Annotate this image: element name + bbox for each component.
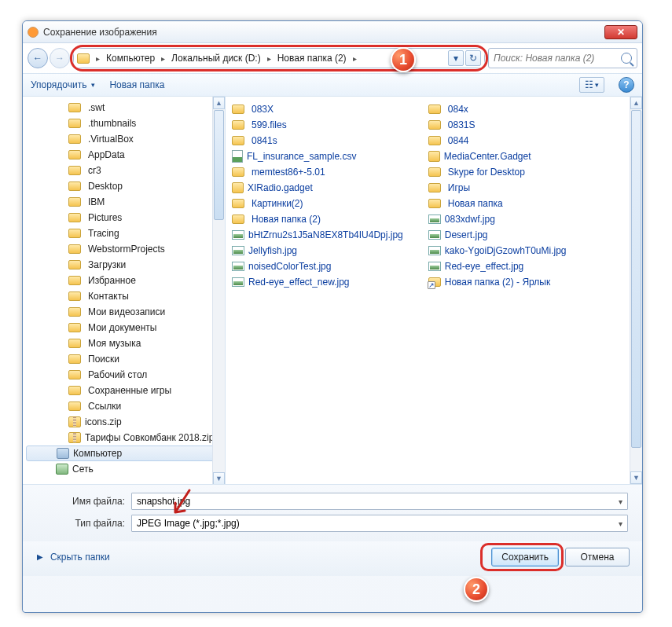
search-box[interactable] [488, 48, 637, 68]
tree-item[interactable]: Desktop [23, 178, 225, 194]
scroll-thumb[interactable] [214, 110, 224, 220]
tree-item[interactable]: Моя музыка [23, 336, 225, 351]
folder-icon [68, 276, 81, 285]
tree-root-item[interactable]: Компьютер [26, 446, 222, 461]
file-item[interactable]: kako-YgoiDjGzowhT0uMi.jpg [425, 243, 570, 258]
tree-item-label: Desktop [88, 181, 123, 192]
file-item[interactable]: 084x [425, 101, 570, 117]
forward-button[interactable]: → [50, 48, 70, 68]
cancel-button[interactable]: Отмена [565, 548, 630, 566]
file-item[interactable]: 083X [229, 101, 406, 117]
tree-scrollbar[interactable]: ▲ ▼ [212, 97, 225, 484]
refresh-button[interactable]: ↻ [465, 50, 481, 66]
file-item[interactable]: FL_insurance_sample.csv [229, 148, 406, 164]
tree-item[interactable]: icons.zip [23, 414, 225, 430]
image-icon [232, 277, 244, 287]
tree-item-label: Pictures [88, 212, 122, 223]
tree-item[interactable]: AppData [23, 147, 225, 163]
file-item[interactable]: bHtZrnu2s1J5aN8EX8Tb4IU4Dpj.jpg [229, 227, 406, 243]
tree-item[interactable]: WebstormProjects [23, 241, 225, 257]
help-button[interactable]: ? [619, 77, 634, 93]
close-button[interactable]: ✕ [604, 25, 637, 39]
file-item-label: 0844 [448, 135, 469, 146]
tree-item[interactable]: Рабочий стол [23, 367, 225, 383]
scroll-up-button[interactable]: ▲ [213, 97, 225, 109]
image-icon [232, 262, 244, 271]
list-scrollbar[interactable]: ▲ ▼ [630, 97, 642, 484]
crumb-computer[interactable]: Компьютер [103, 51, 158, 65]
scroll-down-button[interactable]: ▼ [630, 471, 642, 484]
file-item[interactable]: Skype for Desktop [425, 164, 570, 180]
view-options-button[interactable]: ☷ [579, 77, 604, 93]
tree-item[interactable]: cr3 [23, 163, 225, 178]
file-item[interactable]: Игры [425, 180, 570, 196]
tree-item[interactable]: Ссылки [23, 398, 225, 414]
hide-folders-label: Скрыть папки [50, 552, 110, 563]
tree-item[interactable]: .swt [23, 100, 225, 116]
tree-item[interactable]: Pictures [23, 210, 225, 226]
tree-item-label: icons.zip [85, 416, 122, 427]
file-item[interactable]: Новая папка (2) [229, 211, 406, 227]
folder-icon [68, 307, 81, 317]
tree-item[interactable]: Tracing [23, 226, 225, 241]
save-button[interactable]: Сохранить [491, 548, 559, 566]
arrow-right-icon: → [55, 53, 64, 64]
tree-item[interactable]: Мои видеозаписи [23, 304, 225, 320]
file-item[interactable]: 083xdwf.jpg [425, 211, 570, 227]
file-item[interactable]: Новая папка (2) - Ярлык [425, 274, 570, 290]
file-item[interactable]: 0844 [425, 133, 570, 148]
file-item[interactable]: Картинки(2) [229, 196, 406, 211]
scroll-up-button[interactable]: ▲ [630, 97, 642, 109]
csv-icon [232, 150, 243, 163]
file-item[interactable]: Red-eye_effect.jpg [425, 258, 570, 274]
nav-arrows: ← → [28, 48, 70, 68]
folder-icon [232, 199, 244, 208]
tree-item[interactable]: .VirtualBox [23, 131, 225, 147]
file-item-label: Картинки(2) [252, 198, 303, 209]
organize-menu[interactable]: Упорядочить [31, 79, 95, 90]
tree-item[interactable]: Загрузки [23, 257, 225, 273]
file-item[interactable]: 0831S [425, 117, 570, 133]
filename-input[interactable]: snapshot.jpg [131, 493, 628, 510]
tree-item[interactable]: Избранное [23, 273, 225, 288]
folder-icon [68, 292, 81, 301]
zip-icon [68, 432, 81, 443]
file-item[interactable]: noisedColorTest.jpg [229, 258, 406, 274]
chevron-right-icon: ▸ [351, 54, 358, 63]
address-bar[interactable]: ▸ Компьютер ▸ Локальный диск (D:) ▸ Нова… [73, 48, 485, 68]
search-input[interactable] [494, 53, 618, 64]
tree-item[interactable]: IBM [23, 194, 225, 210]
scroll-down-button[interactable]: ▼ [213, 472, 225, 484]
file-item[interactable]: 0841s [229, 133, 406, 148]
tree-item-label: Компьютер [73, 448, 122, 459]
crumb-folder[interactable]: Новая папка (2) [274, 51, 350, 65]
tree-item[interactable]: Сохраненные игры [23, 383, 225, 398]
filetype-combo[interactable]: JPEG Image (*.jpg;*.jpg) [131, 515, 628, 532]
file-item[interactable]: Desert.jpg [425, 227, 570, 243]
file-item-label: 083xdwf.jpg [445, 214, 495, 225]
file-item[interactable]: memtest86+-5.01 [229, 164, 406, 180]
crumb-drive[interactable]: Локальный диск (D:) [168, 51, 264, 65]
file-item[interactable]: Новая папка [425, 196, 570, 211]
tree-root-item[interactable]: Сеть [23, 461, 225, 477]
hide-folders-link[interactable]: ▲ Скрыть папки [35, 552, 110, 563]
back-button[interactable]: ← [28, 48, 48, 68]
folder-icon [68, 323, 81, 332]
tree-item[interactable]: .thumbnails [23, 116, 225, 131]
file-item[interactable]: MediaCenter.Gadget [425, 148, 570, 164]
firefox-icon [28, 27, 39, 38]
scroll-thumb[interactable] [631, 110, 641, 448]
file-item[interactable]: 599.files [229, 117, 406, 133]
folder-icon [428, 120, 441, 130]
tree-item[interactable]: Поиски [23, 351, 225, 367]
tree-item[interactable]: Контакты [23, 288, 225, 304]
file-item[interactable]: XIRadio.gadget [229, 180, 406, 196]
new-folder-button[interactable]: Новая папка [109, 79, 164, 90]
tree-item-label: WebstormProjects [88, 244, 165, 255]
file-item[interactable]: Red-eye_effect_new.jpg [229, 274, 406, 290]
tree-item[interactable]: Тарифы Совкомбанк 2018.zip [23, 430, 225, 446]
address-dropdown[interactable]: ▾ [448, 50, 464, 66]
tree-item[interactable]: Мои документы [23, 320, 225, 336]
file-item[interactable]: Jellyfish.jpg [229, 243, 406, 258]
tree-item-label: Контакты [88, 291, 129, 302]
